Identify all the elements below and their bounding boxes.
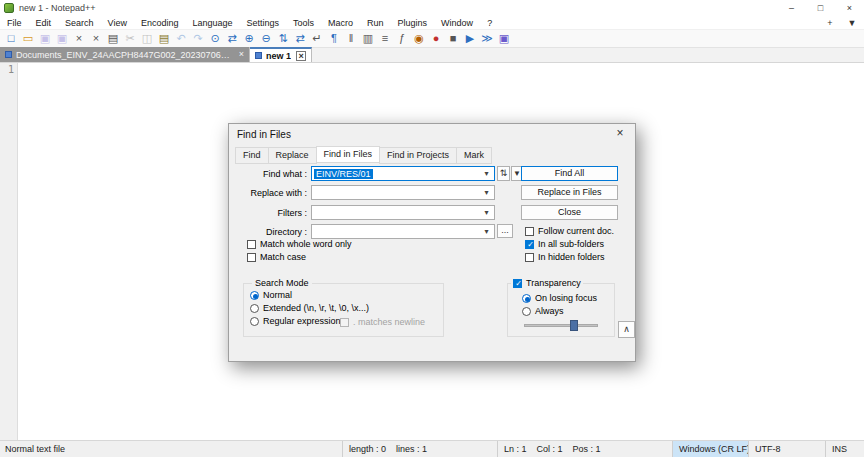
follow-current-doc-checkbox[interactable]: ✓ Follow current doc. <box>525 226 614 236</box>
dialog-close-action-button[interactable]: Close <box>521 205 618 220</box>
menu-macro[interactable]: Macro <box>321 16 360 30</box>
match-case-checkbox[interactable]: ✓ Match case <box>247 252 306 262</box>
radio-circle <box>522 307 531 316</box>
combo-dropdown-icon[interactable]: ▾ <box>480 225 493 238</box>
menu-tools[interactable]: Tools <box>286 16 321 30</box>
checkbox-label: . matches newline <box>353 317 425 327</box>
save-icon[interactable]: ▣ <box>37 31 53 47</box>
tab-new-1[interactable]: new 1 × <box>250 47 312 62</box>
run-macro-multiple-icon[interactable]: ≫ <box>479 31 495 47</box>
close-icon[interactable]: × <box>71 31 87 47</box>
menu-search[interactable]: Search <box>58 16 101 30</box>
find-what-combobox[interactable]: EINV/RES/01 ▾ <box>311 166 495 181</box>
record-macro-icon[interactable]: ● <box>428 31 444 47</box>
document-map-icon[interactable]: ▥ <box>360 31 376 47</box>
undo-icon[interactable]: ↶ <box>173 31 189 47</box>
menu-encoding[interactable]: Encoding <box>134 16 186 30</box>
tab-close-icon[interactable]: × <box>296 51 306 61</box>
status-encoding[interactable]: UTF-8 <box>748 441 825 457</box>
cut-icon[interactable]: ✂ <box>122 31 138 47</box>
combo-dropdown-icon[interactable]: ▾ <box>480 186 493 199</box>
word-wrap-icon[interactable]: ↵ <box>309 31 325 47</box>
close-button[interactable]: × <box>835 0 864 16</box>
replace-in-files-button[interactable]: Replace in Files <box>521 185 618 200</box>
sync-vertical-icon[interactable]: ⇅ <box>275 31 291 47</box>
matches-newline-checkbox[interactable]: ✓ . matches newline <box>340 317 425 327</box>
menu-file[interactable]: File <box>0 16 29 30</box>
menu-window[interactable]: Window <box>434 16 480 30</box>
zoom-out-icon[interactable]: ⊖ <box>258 31 274 47</box>
tab-find-in-files[interactable]: Find in Files <box>316 146 381 163</box>
match-whole-word-checkbox[interactable]: ✓ Match whole word only <box>247 239 352 249</box>
transparency-checkbox[interactable]: ✓ Transparency <box>511 278 583 288</box>
directory-label: Directory : <box>231 227 307 237</box>
tab-mark[interactable]: Mark <box>456 147 492 164</box>
menu-run[interactable]: Run <box>360 16 391 30</box>
directory-combobox[interactable]: ▾ <box>311 224 495 239</box>
copy-icon[interactable]: ◫ <box>139 31 155 47</box>
checkbox-box: ✓ <box>513 279 522 288</box>
menu-edit[interactable]: Edit <box>29 16 59 30</box>
menu-settings[interactable]: Settings <box>240 16 287 30</box>
on-losing-focus-radio[interactable]: On losing focus <box>522 293 597 303</box>
stop-recording-icon[interactable]: ■ <box>445 31 461 47</box>
close-all-icon[interactable]: × <box>88 31 104 47</box>
redo-icon[interactable]: ↷ <box>190 31 206 47</box>
filters-combobox[interactable]: ▾ <box>311 205 495 220</box>
radio-label: Regular expression <box>263 316 341 326</box>
minimize-button[interactable]: – <box>777 0 806 16</box>
checkbox-label: Transparency <box>526 278 581 288</box>
save-macro-icon[interactable]: ▣ <box>496 31 512 47</box>
find-icon[interactable]: ⊙ <box>207 31 223 47</box>
menu-language[interactable]: Language <box>185 16 239 30</box>
maximize-button[interactable]: □ <box>806 0 835 16</box>
dialog-close-button[interactable]: × <box>605 124 635 144</box>
save-all-icon[interactable]: ▣ <box>54 31 70 47</box>
find-what-label: Find what : <box>231 169 307 179</box>
combo-dropdown-icon[interactable]: ▾ <box>480 167 493 180</box>
tab-find[interactable]: Find <box>235 147 269 164</box>
menu-help[interactable]: ? <box>480 16 499 30</box>
transparency-slider[interactable] <box>524 320 598 331</box>
in-all-subfolders-checkbox[interactable]: ✓ In all sub-folders <box>525 239 604 249</box>
print-icon[interactable]: ▤ <box>105 31 121 47</box>
sync-horizontal-icon[interactable]: ⇄ <box>292 31 308 47</box>
radio-circle <box>250 291 259 300</box>
monitoring-icon[interactable]: ◉ <box>411 31 427 47</box>
tab-replace[interactable]: Replace <box>268 147 317 164</box>
document-list-icon[interactable]: ≡ <box>377 31 393 47</box>
status-insert-mode[interactable]: INS <box>825 441 864 457</box>
replace-icon[interactable]: ⇄ <box>224 31 240 47</box>
radio-circle <box>250 304 259 313</box>
combo-dropdown-icon[interactable]: ▾ <box>480 206 493 219</box>
plus-button[interactable]: + <box>822 18 838 28</box>
slider-thumb[interactable] <box>570 320 578 331</box>
directory-browse-button[interactable]: ... <box>497 224 513 238</box>
status-eol-format[interactable]: Windows (CR LF) <box>672 441 748 457</box>
show-all-characters-icon[interactable]: ¶ <box>326 31 342 47</box>
tab-documents-json[interactable]: Documents_EINV_24AACPH8447G002_202307061… <box>0 47 250 62</box>
collapse-dialog-button[interactable]: ∧ <box>618 321 635 338</box>
tab-find-in-projects[interactable]: Find in Projects <box>379 147 457 164</box>
replace-with-combobox[interactable]: ▾ <box>311 185 495 200</box>
caret-down-button[interactable]: ▼ <box>844 18 860 28</box>
tab-close-icon[interactable]: × <box>239 50 244 59</box>
normal-radio[interactable]: Normal <box>250 290 292 300</box>
zoom-in-icon[interactable]: ⊕ <box>241 31 257 47</box>
radio-circle <box>522 294 531 303</box>
new-file-icon[interactable]: □ <box>3 31 19 47</box>
function-list-icon[interactable]: ƒ <box>394 31 410 47</box>
find-all-button[interactable]: Find All <box>521 166 618 181</box>
show-indent-guide-icon[interactable]: ‖ <box>343 31 359 47</box>
menu-view[interactable]: View <box>101 16 134 30</box>
dialog-title-bar[interactable]: Find in Files <box>229 124 635 144</box>
paste-icon[interactable]: ▤ <box>156 31 172 47</box>
open-file-icon[interactable]: ▭ <box>20 31 36 47</box>
extended-radio[interactable]: Extended (\n, \r, \t, \0, \x...) <box>250 303 369 313</box>
regular-expression-radio[interactable]: Regular expression <box>250 316 341 326</box>
playback-macro-icon[interactable]: ▶ <box>462 31 478 47</box>
swap-find-replace-button[interactable]: ⇅ <box>497 166 510 181</box>
always-radio[interactable]: Always <box>522 306 564 316</box>
menu-plugins[interactable]: Plugins <box>391 16 435 30</box>
in-hidden-folders-checkbox[interactable]: ✓ In hidden folders <box>525 252 605 262</box>
